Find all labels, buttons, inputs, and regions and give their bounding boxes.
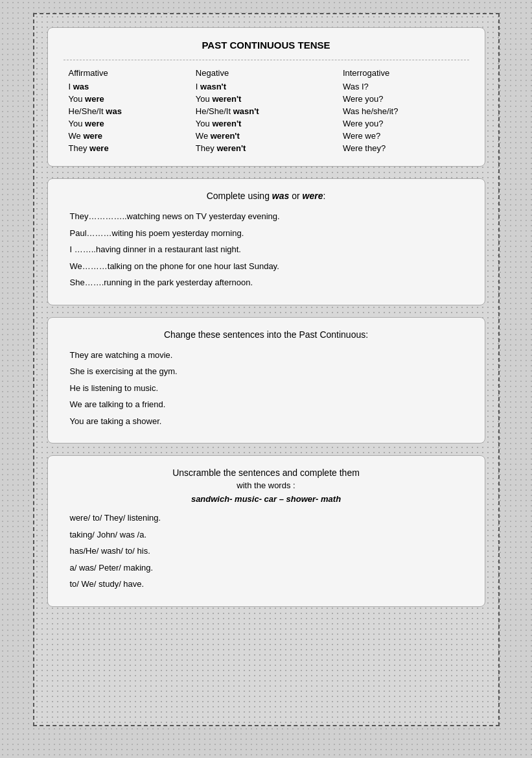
neg-2: You weren't: [191, 93, 338, 105]
list-item: to/ We/ study/ have.: [70, 578, 469, 591]
neg-3: He/She/It wasn't: [191, 105, 338, 117]
exercise2-list: They…………..watching news on TV yesterday …: [64, 210, 469, 289]
exercise4-title-line2: with the words :: [64, 480, 469, 490]
table-row: They were They weren't Were they?: [64, 142, 469, 154]
list-item: They are watching a movie.: [70, 349, 469, 362]
int-4: Were you?: [338, 117, 469, 130]
section-complete-exercise: Complete using was or were: They…………..wa…: [47, 178, 485, 305]
list-item: were/ to/ They/ listening.: [70, 512, 469, 525]
list-item: We………talking on the phone for one hour l…: [70, 260, 469, 273]
exercise4-title-line1: Unscramble the sentences and complete th…: [64, 468, 469, 478]
aff-5: We were: [64, 130, 191, 142]
section-unscramble-exercise: Unscramble the sentences and complete th…: [47, 455, 485, 607]
page-container: PAST CONTINUOUS TENSE Affirmative Negati…: [33, 13, 500, 726]
exercise4-list: were/ to/ They/ listening. taking/ John/…: [64, 512, 469, 591]
neg-5: We weren't: [191, 130, 338, 142]
neg-6: They weren't: [191, 142, 338, 154]
list-item: She…….running in the park yesterday afte…: [70, 276, 469, 289]
divider1: [64, 60, 469, 60]
list-item: a/ was/ Peter/ making.: [70, 562, 469, 574]
exercise3-title: Change these sentences into the Past Con…: [64, 329, 469, 340]
tense-table: Affirmative Negative Interrogative I was…: [64, 67, 469, 154]
aff-1: I was: [64, 80, 191, 93]
aff-6: They were: [64, 142, 191, 154]
list-item: Paul………witing his poem yesterday morning…: [70, 227, 469, 240]
exercise2-prefix: Complete using: [207, 191, 272, 201]
section1-title: PAST CONTINUOUS TENSE: [64, 40, 469, 51]
aff-3: He/She/It was: [64, 105, 191, 117]
list-item: She is exercising at the gym.: [70, 365, 469, 378]
int-5: Were we?: [338, 130, 469, 142]
int-2: Were you?: [338, 93, 469, 105]
section-change-exercise: Change these sentences into the Past Con…: [47, 317, 485, 444]
int-6: Were they?: [338, 142, 469, 154]
table-row: We were We weren't Were we?: [64, 130, 469, 142]
aff-4: You were: [64, 117, 191, 130]
int-1: Was I?: [338, 80, 469, 93]
list-item: We are talking to a friend.: [70, 398, 469, 411]
col-header-negative: Negative: [191, 67, 338, 80]
exercise2-suffix: :: [323, 191, 325, 201]
int-3: Was he/she/it?: [338, 105, 469, 117]
exercise2-italic2: were: [303, 191, 323, 201]
exercise3-list: They are watching a movie. She is exerci…: [64, 349, 469, 428]
table-row: You were You weren't Were you?: [64, 117, 469, 130]
neg-1: I wasn't: [191, 80, 338, 93]
exercise2-italic1: was: [272, 191, 289, 201]
table-row: You were You weren't Were you?: [64, 93, 469, 105]
section-tense-reference: PAST CONTINUOUS TENSE Affirmative Negati…: [47, 27, 485, 167]
list-item: taking/ John/ was /a.: [70, 528, 469, 541]
list-item: They…………..watching news on TV yesterday …: [70, 210, 469, 223]
list-item: You are taking a shower.: [70, 415, 469, 428]
neg-4: You weren't: [191, 117, 338, 130]
exercise2-middle: or: [289, 191, 302, 201]
aff-2: You were: [64, 93, 191, 105]
col-header-interrogative: Interrogative: [338, 67, 469, 80]
list-item: has/He/ wash/ to/ his.: [70, 545, 469, 558]
exercise2-title: Complete using was or were:: [64, 191, 469, 201]
exercise4-words: sandwich- music- car – shower- math: [64, 494, 469, 504]
table-row: I was I wasn't Was I?: [64, 80, 469, 93]
list-item: He is listening to music.: [70, 382, 469, 395]
col-header-affirmative: Affirmative: [64, 67, 191, 80]
table-row: He/She/It was He/She/It wasn't Was he/sh…: [64, 105, 469, 117]
list-item: I ……..having dinner in a restaurant last…: [70, 243, 469, 256]
